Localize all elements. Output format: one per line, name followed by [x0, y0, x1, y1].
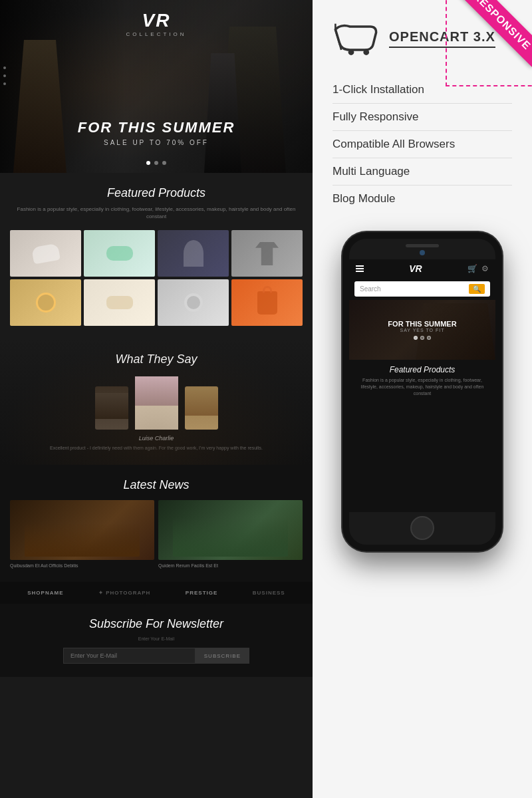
hero-dot-3[interactable] [162, 161, 166, 165]
testimonials-bg [0, 339, 313, 465]
brands-section: shopname ✦ PHOTOGRAPH PRESTIGE BUSINESS [0, 582, 313, 604]
news-caption-1: Quibusdam Et Aut Officiis Debitis [10, 563, 154, 569]
product-thumb-2[interactable] [84, 230, 155, 277]
product-thumb-5[interactable] [10, 279, 81, 326]
phone-featured-text: Fashion is a popular style, especially i… [349, 377, 495, 396]
phone-menu-bar [356, 265, 364, 267]
hero-dot-2[interactable] [154, 161, 158, 165]
sidebar-dot [3, 74, 6, 77]
hero-title: FOR THIS SUMMER [78, 119, 235, 136]
site-logo: VR COLLECTION [126, 10, 186, 37]
phone-hero-title: FOR THIS SUMMER [388, 320, 456, 328]
website-preview: VR COLLECTION FOR THIS SUMMER SALE UP TO… [0, 0, 313, 798]
newsletter-description: Enter Your E-Mail [10, 636, 303, 641]
phone-dot-3[interactable] [427, 336, 431, 340]
featured-description: Fashion is a popular style, especially i… [10, 205, 303, 220]
opencart-logo-icon [332, 20, 379, 57]
featured-title: Featured Products [10, 186, 303, 200]
phone-menu-bar [356, 268, 364, 269]
news-image-2 [158, 500, 303, 560]
sidebar-dot [3, 66, 6, 69]
phone-search-bar: Search 🔍 [354, 281, 490, 297]
phone-search-button[interactable]: 🔍 [469, 284, 485, 294]
phone-hero: FOR THIS SUMMER SAY YES TO FIT [349, 300, 495, 360]
phone-navbar: VR 🛒 ⚙ [349, 259, 495, 278]
phone-cart-icon[interactable]: 🛒 [467, 264, 477, 273]
product-thumb-1[interactable] [10, 230, 81, 277]
avatar-left [95, 386, 128, 430]
phone-camera [420, 250, 425, 255]
product-thumb-7[interactable] [158, 279, 229, 326]
brand-logo-1: shopname [27, 590, 63, 596]
news-title: Latest News [10, 478, 303, 492]
product-thumb-3[interactable] [158, 230, 229, 277]
logo-collection: COLLECTION [126, 31, 186, 37]
brand-logo-2: ✦ PHOTOGRAPH [98, 590, 150, 596]
feature-item-2: Fully Responsive [332, 104, 512, 131]
newsletter-form: SUBSCRIBE [63, 648, 249, 664]
news-image-1 [10, 500, 154, 560]
newsletter-subscribe-button[interactable]: SUBSCRIBE [196, 648, 249, 664]
phone-home-button[interactable] [410, 516, 434, 540]
phone-dot-2[interactable] [420, 336, 424, 340]
brand-logo-4: BUSINESS [253, 590, 285, 596]
hero-section: VR COLLECTION FOR THIS SUMMER SALE UP TO… [0, 0, 313, 173]
feature-item-4: Multi Language [332, 158, 512, 186]
avatar-right [185, 386, 218, 430]
features-list: 1-Click Installation Fully Responsive Co… [313, 70, 532, 219]
phone-nav-icons: 🛒 ⚙ [467, 264, 489, 273]
newsletter-section: Subscribe For Newsletter Enter Your E-Ma… [0, 604, 313, 677]
phone-logo: VR [409, 263, 422, 274]
news-item-1[interactable]: Quibusdam Et Aut Officiis Debitis [10, 500, 154, 569]
phone-screen: VR 🛒 ⚙ Search 🔍 FOR THIS SUMMER SAY [349, 259, 495, 512]
brand-logo-3: PRESTIGE [186, 590, 217, 596]
logo-vr: VR [126, 10, 186, 31]
phone-mockup: VR 🛒 ⚙ Search 🔍 FOR THIS SUMMER SAY [342, 232, 502, 551]
featured-section: Featured Products Fashion is a popular s… [0, 173, 313, 339]
svg-point-1 [363, 49, 369, 55]
phone-menu-bar [356, 271, 364, 272]
hero-dot-1[interactable] [146, 161, 150, 165]
hero-content: FOR THIS SUMMER SALE UP TO 70% OFF [78, 119, 235, 146]
hero-subtitle: SALE UP TO 70% OFF [78, 139, 235, 146]
phone-hero-dots [414, 336, 431, 340]
newsletter-title: Subscribe For Newsletter [10, 617, 303, 631]
product-thumb-6[interactable] [84, 279, 155, 326]
products-grid [10, 230, 303, 326]
product-thumb-4[interactable] [231, 230, 303, 277]
product-thumb-8[interactable] [231, 279, 303, 326]
feature-item-5: Blog Module [332, 186, 512, 212]
news-caption-2: Quidem Rerum Facilis Est Et [158, 563, 303, 569]
testimonials-section: What They Say Luise Charlie Excellent pr… [0, 339, 313, 465]
phone-mockup-area: VR 🛒 ⚙ Search 🔍 FOR THIS SUMMER SAY [313, 219, 532, 551]
responsive-ribbon: RESPONSIVE [452, 0, 532, 80]
phone-menu-icon[interactable] [356, 265, 364, 272]
phone-speaker [406, 244, 439, 247]
sidebar-dot [3, 82, 6, 85]
left-sidebar [3, 66, 6, 85]
news-grid: Quibusdam Et Aut Officiis Debitis Quidem… [10, 500, 303, 569]
phone-featured-title: Featured Products [349, 360, 495, 377]
phone-dot-1[interactable] [414, 336, 418, 340]
phone-search-placeholder: Search [360, 285, 469, 293]
right-panel: RESPONSIVE OPENCART 3.X 1-Click Installa… [313, 0, 532, 798]
news-item-2[interactable]: Quidem Rerum Facilis Est Et [158, 500, 303, 569]
news-section: Latest News Quibusdam Et Aut Officiis De… [0, 465, 313, 582]
phone-settings-icon[interactable]: ⚙ [481, 264, 489, 273]
hero-dots [146, 161, 166, 165]
newsletter-email-input[interactable] [63, 648, 196, 664]
feature-item-3: Compatible All Browsers [332, 131, 512, 158]
svg-point-0 [348, 49, 354, 55]
phone-hero-subtitle: SAY YES TO FIT [400, 328, 444, 332]
